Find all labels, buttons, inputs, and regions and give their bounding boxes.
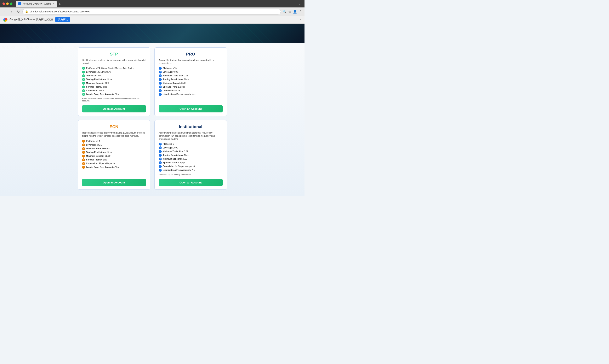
traffic-lights bbox=[2, 2, 13, 5]
feature-text: Trading Restrictions: None bbox=[163, 154, 189, 157]
feature-check-icon: ✓ bbox=[82, 93, 85, 96]
feature-text: Minimum Deposit: $500 bbox=[163, 82, 186, 85]
feature-check-icon: ✓ bbox=[159, 86, 162, 88]
feature-list-ecn: ✓ Platform: MT4 ✓ Leverage: 200:1 ✓ Mini… bbox=[82, 140, 146, 177]
titlebar: Accounts Overview - Atlanta × + ⌄ bbox=[0, 0, 304, 7]
feature-text: Minimum Trade Size: 0.01 bbox=[163, 150, 188, 153]
watermark-text: WikiFX bbox=[50, 45, 64, 50]
card-note: *Note: All Atlanta Capital Markets Auto … bbox=[82, 98, 146, 102]
feature-item: ✓ Spreads From: 1.3 pips bbox=[159, 161, 223, 164]
feature-item: ✓ Islamic Swap Free Accounts: Yes bbox=[159, 93, 223, 96]
watermark-text: WikiFX bbox=[26, 45, 40, 50]
open-account-button-stp[interactable]: Open an Account bbox=[82, 105, 146, 112]
forward-button[interactable]: › bbox=[9, 9, 14, 14]
new-tab-button[interactable]: + bbox=[57, 2, 63, 7]
feature-item: ✓ Trading Restrictions: None bbox=[82, 78, 146, 81]
feature-item: ✓ Commision: None bbox=[159, 89, 223, 92]
account-card-pro: PRO Account for traders that looking for… bbox=[154, 47, 227, 116]
card-note: *Minimum $3,000 monthly commission. bbox=[159, 173, 223, 176]
address-bar[interactable]: 🔒 atlantacapitalmarkets.com/account/acco… bbox=[22, 9, 281, 14]
feature-item: ✓ Commision: $4 per side per lot bbox=[82, 162, 146, 165]
feature-item: ✓ Minimum Trade Size: 0.01 bbox=[159, 150, 223, 153]
feature-item: ✓ Platform: MT4 bbox=[159, 143, 223, 145]
account-card-stp: STP Ideal for traders seeking higher lev… bbox=[78, 47, 150, 116]
feature-item: ✓ Minimum Deposit: $1000 bbox=[82, 155, 146, 157]
card-title-ecn: ECN bbox=[82, 124, 146, 129]
open-account-button-pro[interactable]: Open an Account bbox=[159, 105, 223, 112]
toolbar-icons: 🔍 ☆ 👤 ⋮ bbox=[283, 10, 302, 14]
menu-icon[interactable]: ⋮ bbox=[299, 10, 302, 14]
set-default-button[interactable]: 设为默认 bbox=[55, 17, 70, 22]
bookmark-icon[interactable]: ☆ bbox=[288, 10, 291, 14]
watermark-text: WikiFX bbox=[2, 45, 16, 50]
profile-icon[interactable]: 👤 bbox=[293, 10, 297, 14]
feature-item: ✓ Minimum Deposit: $500 bbox=[159, 82, 223, 85]
search-icon[interactable]: 🔍 bbox=[283, 10, 287, 14]
feature-item: ✓ Platform: MT4, Atlanta Capital Markets… bbox=[82, 67, 146, 70]
feature-item: ✓ Trade Size: 0.01 bbox=[82, 74, 146, 77]
feature-text: Leverage: 500:1 Minimum bbox=[86, 70, 111, 74]
feature-check-icon: ✓ bbox=[82, 78, 85, 81]
info-bar-close[interactable]: × bbox=[299, 18, 301, 22]
feature-item: ✓ Minimum Deposit: $100 bbox=[82, 82, 146, 85]
feature-item: ✓ Trading Restrictions: None bbox=[159, 78, 223, 81]
feature-check-icon: ✓ bbox=[159, 78, 162, 81]
feature-check-icon: ✓ bbox=[159, 67, 162, 70]
feature-item: ✓ Trading Restrictions: None bbox=[82, 151, 146, 154]
browser-menu-icon[interactable]: ⌄ bbox=[298, 2, 302, 6]
close-window-button[interactable] bbox=[2, 2, 5, 5]
feature-text: Islamic Swap Free Accounts: Yes bbox=[86, 166, 119, 169]
info-bar: Google 建议将 Chrome 设为默认浏览器 设为默认 × bbox=[0, 16, 304, 24]
lock-icon: 🔒 bbox=[25, 10, 28, 13]
feature-text: Platform: MT4 bbox=[163, 67, 177, 70]
feature-list-stp: ✓ Platform: MT4, Atlanta Capital Markets… bbox=[82, 67, 146, 96]
minimize-window-button[interactable] bbox=[6, 2, 9, 5]
feature-item: ✓ Leverage: 400:1 bbox=[159, 70, 223, 74]
feature-check-icon: ✓ bbox=[82, 158, 85, 161]
feature-item: ✓ Leverage: 100:1 bbox=[159, 146, 223, 149]
browser-toolbar: ‹ › ↻ 🔒 atlantacapitalmarkets.com/accoun… bbox=[0, 7, 304, 16]
info-bar-content: Google 建议将 Chrome 设为默认浏览器 设为默认 bbox=[3, 17, 70, 22]
feature-item: ✓ Trading Restrictions: None bbox=[159, 154, 223, 157]
feature-text: Spreads From: 1.3 pips bbox=[163, 161, 185, 164]
feature-text: Spreads From: 2 pips bbox=[86, 85, 107, 88]
card-description-pro: Account for traders that looking for a l… bbox=[159, 59, 223, 65]
feature-check-icon: ✓ bbox=[159, 150, 162, 153]
feature-item: ✓ Spreads From: 1.3 pips bbox=[159, 85, 223, 88]
feature-check-icon: ✓ bbox=[82, 67, 85, 70]
feature-item: ✓ Platform: MT4 bbox=[82, 140, 146, 143]
refresh-button[interactable]: ↻ bbox=[16, 9, 21, 14]
feature-text: Minimum Deposit: $100 bbox=[86, 82, 110, 85]
open-account-button-institutional[interactable]: Open an Account bbox=[159, 179, 223, 186]
feature-text: Commision: $1.50 per side per lot bbox=[163, 165, 195, 168]
feature-check-icon: ✓ bbox=[159, 157, 162, 160]
feature-check-icon: ✓ bbox=[82, 155, 85, 157]
browser-chrome: Accounts Overview - Atlanta × + ⌄ ‹ › ↻ … bbox=[0, 0, 304, 16]
back-button[interactable]: ‹ bbox=[2, 9, 7, 14]
account-card-ecn: ECN Trade on raw spreads directly from b… bbox=[78, 120, 150, 190]
open-account-button-ecn[interactable]: Open an Account bbox=[82, 179, 146, 186]
feature-text: Leverage: 100:1 bbox=[163, 146, 179, 149]
tab-close-button[interactable]: × bbox=[53, 2, 55, 5]
feature-check-icon: ✓ bbox=[82, 86, 85, 88]
feature-item: ✓ Islamic Swap Free Accounts: Yes bbox=[82, 93, 146, 96]
feature-text: Minimum Deposit: $1000 bbox=[86, 155, 111, 157]
active-tab[interactable]: Accounts Overview - Atlanta × bbox=[16, 1, 57, 7]
tab-favicon bbox=[18, 2, 21, 5]
feature-text: Minimum Trade Size: 0.01 bbox=[86, 147, 111, 150]
card-description-stp: Ideal for traders seeking higher leverag… bbox=[82, 59, 146, 65]
feature-check-icon: ✓ bbox=[159, 93, 162, 96]
feature-text: Commision: None bbox=[86, 89, 104, 92]
card-description-institutional: Account for brokers and fund managers th… bbox=[159, 131, 223, 140]
feature-item: ✓ Leverage: 500:1 Minimum bbox=[82, 70, 146, 74]
feature-check-icon: ✓ bbox=[159, 143, 162, 145]
feature-check-icon: ✓ bbox=[82, 71, 85, 74]
feature-text: Commision: $4 per side per lot bbox=[86, 162, 115, 165]
feature-check-icon: ✓ bbox=[82, 147, 85, 150]
feature-text: Trading Restrictions: None bbox=[163, 78, 189, 81]
maximize-window-button[interactable] bbox=[10, 2, 13, 5]
feature-check-icon: ✓ bbox=[82, 166, 85, 169]
feature-item: ✓ Commision: $1.50 per side per lot bbox=[159, 165, 223, 168]
feature-item: ✓ Minimum Deposit: $2500 bbox=[159, 157, 223, 160]
chrome-logo bbox=[3, 18, 7, 22]
